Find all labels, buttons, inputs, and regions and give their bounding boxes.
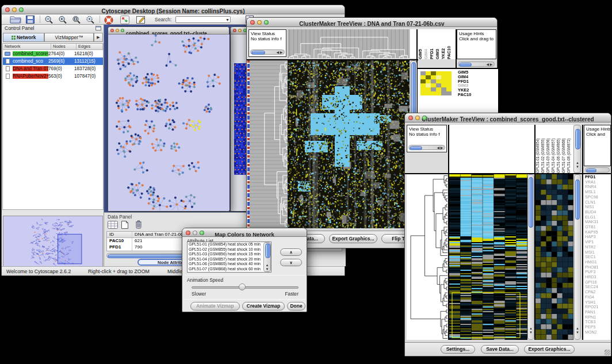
column-network[interactable]: Network: [3, 44, 51, 49]
create-vizmap-button[interactable]: Create Vizmap: [242, 302, 285, 311]
minimize-button[interactable]: [257, 20, 262, 25]
tv2-row-dendrogram[interactable]: [407, 174, 447, 340]
export-graphics-button[interactable]: Export Graphics...: [524, 345, 575, 354]
zoom-window-button[interactable]: [264, 20, 269, 25]
tv1-correlation-matrix[interactable]: [420, 71, 452, 95]
zoom-fit-icon[interactable]: [72, 16, 81, 24]
matrix-cell: [426, 91, 431, 95]
attribute-list-vscrollbar[interactable]: ▲▼: [263, 242, 271, 272]
scroll-arrows[interactable]: ▲▼: [529, 327, 534, 335]
annotation-icon[interactable]: [136, 16, 146, 24]
tv1-heatmap-canvas[interactable]: [288, 60, 410, 228]
tv1-usage-hscrollbar[interactable]: ◀ ▶: [458, 62, 495, 67]
scrollbar-thumb[interactable]: [410, 146, 422, 150]
done-button[interactable]: Done: [287, 302, 305, 311]
network-view-canvas[interactable]: [109, 35, 230, 210]
treeview1-titlebar[interactable]: ClusterMaker TreeView : DNA and Tran 07-…: [247, 18, 497, 27]
attribute-list-item[interactable]: GPL51-06 (GSM865) heat shock 40 min: [188, 262, 271, 267]
trash-icon[interactable]: [135, 220, 142, 229]
scrollbar-thumb[interactable]: [575, 179, 580, 220]
minimize-button[interactable]: [12, 7, 17, 12]
zoom-in-icon[interactable]: [58, 16, 67, 24]
tv2-heatmap-vscrollbar[interactable]: ▲▼: [527, 174, 534, 340]
close-button[interactable]: [408, 116, 413, 120]
dialog-titlebar[interactable]: Map Colors to Network: [182, 228, 307, 237]
view-status-hscrollbar[interactable]: ◀ ▶: [250, 49, 285, 55]
zoom-out-icon[interactable]: [44, 16, 53, 24]
network-list-row[interactable]: combined_sco2569(6)13112(15): [3, 58, 103, 65]
tv2-usage-hscrollbar[interactable]: [585, 167, 610, 173]
gene-label[interactable]: MON2: [585, 330, 611, 335]
network-overview-canvas[interactable]: [3, 216, 102, 269]
tv2-zoom-vscrollbar[interactable]: ▲▼: [574, 174, 581, 340]
tab-network[interactable]: Network: [3, 33, 44, 42]
scroll-arrows[interactable]: ▲▼: [575, 327, 580, 335]
cytoscape-titlebar[interactable]: Cytoscape Desktop (Session Name: collins…: [2, 5, 345, 14]
attribute-list-item[interactable]: GPL51-04 (GSM857) heat shock 20 min: [188, 257, 271, 262]
search-input[interactable]: ▼: [175, 16, 231, 23]
zoom-window-button[interactable]: [121, 29, 124, 32]
column-edges[interactable]: Edges: [76, 44, 103, 49]
move-up-button[interactable]: ∧: [280, 248, 302, 256]
save-data-button[interactable]: Save Data...: [481, 345, 519, 354]
attribute-select-icon[interactable]: [108, 221, 118, 229]
close-button[interactable]: [233, 29, 236, 32]
close-button[interactable]: [186, 231, 190, 235]
help-lifesaver-icon[interactable]: [104, 16, 113, 25]
resize-grip[interactable]: [605, 350, 610, 355]
search-dropdown-icon[interactable]: ▼: [225, 17, 230, 23]
tab-vizmapper[interactable]: VizMapper™: [44, 33, 94, 42]
zoom-window-button[interactable]: [19, 7, 24, 12]
scroll-arrows[interactable]: ◀ ▶: [485, 63, 494, 67]
network-window-1-titlebar[interactable]: combined_scores_good.txt--cluste...: [108, 27, 229, 35]
scrollbar-thumb[interactable]: [529, 177, 533, 228]
scroll-arrows[interactable]: ▲▼: [265, 263, 270, 271]
export-graphics-button[interactable]: Export Graphics...: [329, 234, 377, 243]
tv2-column-labels-vscrollbar[interactable]: ▲▼: [573, 125, 581, 173]
id-column-header[interactable]: ID: [107, 232, 132, 237]
save-icon[interactable]: [26, 16, 35, 24]
tab-overflow-button[interactable]: ▶: [94, 33, 103, 42]
minimize-button[interactable]: [238, 29, 242, 32]
attribute-list-item[interactable]: GPL51-03 (GSM856) heat shock 15 min: [188, 252, 271, 257]
close-button[interactable]: [110, 29, 114, 32]
tv2-zoom-heatmap-canvas[interactable]: [536, 174, 573, 340]
network-list-row[interactable]: RNAPuberNov2+563(0)107847(0): [3, 72, 103, 80]
vizmapper-icon[interactable]: [120, 16, 129, 24]
network-overview-panel[interactable]: [3, 216, 103, 270]
open-icon[interactable]: [10, 16, 21, 24]
move-down-button[interactable]: ∨: [280, 259, 302, 266]
network-list-row[interactable]: DNA and Tran 07769(0)183728(0): [3, 65, 103, 72]
network-list-row[interactable]: combined_scores2764(0)16218(0): [3, 50, 103, 58]
scroll-arrows[interactable]: ◀ ▶: [435, 146, 445, 150]
treeview2-titlebar[interactable]: ClusterMaker TreeView : combined_scores_…: [405, 113, 611, 122]
close-button[interactable]: [5, 7, 10, 12]
tv2-heatmap-canvas[interactable]: [449, 174, 527, 340]
attribute-list-item[interactable]: GPL51-01 (GSM854) heat shock 05 min: [188, 242, 271, 247]
attribute-list-item[interactable]: GPL51-07 (GSM868) heat shock 60 min: [188, 267, 271, 272]
zoom-selected-icon[interactable]: [86, 16, 95, 24]
float-panel-icon[interactable]: [95, 26, 101, 30]
scrollbar-thumb[interactable]: [575, 129, 580, 150]
close-button[interactable]: [250, 20, 255, 25]
scrollbar-thumb[interactable]: [251, 51, 265, 55]
column-nodes[interactable]: Nodes: [51, 44, 76, 49]
new-attribute-icon[interactable]: [121, 221, 128, 229]
view-status-hscrollbar[interactable]: ◀ ▶: [408, 145, 445, 150]
slider-thumb[interactable]: [239, 283, 246, 290]
zoom-window-button[interactable]: [422, 116, 427, 120]
scroll-arrows[interactable]: ▲▼: [575, 161, 580, 169]
minimize-button[interactable]: [415, 116, 420, 120]
scroll-arrows[interactable]: ◀ ▶: [275, 51, 284, 55]
tv1-column-dendrogram[interactable]: [288, 29, 410, 58]
scrollbar-thumb[interactable]: [586, 168, 596, 173]
scrollbar-thumb[interactable]: [265, 243, 270, 258]
minimize-button[interactable]: [193, 231, 197, 235]
attribute-list-item[interactable]: GPL51-02 (GSM855) heat shock 10 min: [188, 247, 271, 252]
scrollbar-thumb[interactable]: [459, 63, 472, 67]
tv1-row-dendrogram[interactable]: [250, 60, 288, 228]
minimize-button[interactable]: [116, 29, 119, 32]
zoom-window-button[interactable]: [200, 231, 204, 235]
animate-vizmap-button[interactable]: Animate Vizmap: [190, 302, 240, 311]
settings-button[interactable]: Settings...: [441, 345, 475, 354]
